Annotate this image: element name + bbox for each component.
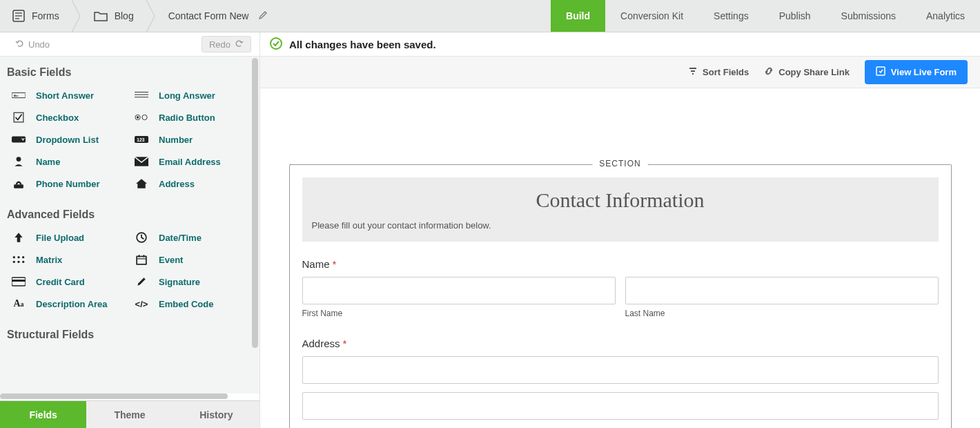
field-label: Signature	[159, 277, 200, 287]
svg-text:Abc: Abc	[14, 95, 19, 97]
tab-build[interactable]: Build	[551, 0, 605, 32]
field-long-answer[interactable]: Long Answer	[127, 84, 247, 106]
field-signature[interactable]: Signature	[127, 271, 247, 293]
form-body: Name* First Name Last Name Address*	[302, 242, 939, 428]
svg-rect-33	[12, 280, 26, 282]
breadcrumb-blog[interactable]: Blog	[81, 0, 146, 32]
checkbox-icon	[10, 112, 28, 123]
svg-point-16	[17, 157, 21, 162]
credit-card-icon	[10, 276, 28, 287]
top-tabs: Build Conversion Kit Settings Publish Su…	[551, 0, 980, 32]
address-block	[302, 356, 939, 428]
edit-icon[interactable]	[258, 10, 268, 22]
svg-point-23	[17, 256, 19, 258]
form-section[interactable]: SECTION Contact Information Please fill …	[289, 164, 952, 428]
home-icon	[133, 178, 150, 189]
sort-icon	[688, 66, 698, 78]
breadcrumb-blog-label: Blog	[115, 10, 134, 21]
address-line1-input[interactable]	[302, 356, 939, 384]
link-icon	[764, 66, 774, 78]
first-name-sublabel: First Name	[302, 309, 616, 318]
content-area: All changes have been saved. Sort Fields…	[260, 32, 980, 428]
address-line2-input[interactable]	[302, 392, 939, 420]
svg-marker-19	[136, 179, 147, 188]
field-embed-code[interactable]: </>Embed Code	[127, 293, 247, 315]
breadcrumb-title[interactable]: Contact Form New	[156, 0, 275, 32]
field-label: Matrix	[36, 255, 62, 265]
bottom-tab-fields[interactable]: Fields	[0, 401, 86, 428]
field-dropdown-list[interactable]: Dropdown List	[4, 128, 124, 150]
pencil-icon	[133, 276, 150, 287]
field-label: Checkbox	[36, 113, 79, 123]
section-subheading: Please fill out your contact information…	[312, 220, 929, 231]
field-credit-card[interactable]: Credit Card	[4, 271, 124, 293]
tab-settings[interactable]: Settings	[698, 0, 764, 32]
first-name-input[interactable]	[302, 277, 616, 304]
tab-publish[interactable]: Publish	[764, 0, 826, 32]
tab-conversion-kit[interactable]: Conversion Kit	[605, 0, 698, 32]
dropdown-icon	[10, 134, 28, 145]
top-bar: Forms Blog Contact Form New Build Conver…	[0, 0, 980, 32]
last-name-input[interactable]	[625, 277, 939, 304]
breadcrumb-forms-label: Forms	[32, 10, 59, 21]
svg-point-11	[137, 116, 139, 118]
svg-point-24	[22, 256, 24, 258]
field-label: Phone Number	[36, 179, 99, 189]
address-label-text: Address	[302, 338, 340, 349]
svg-point-22	[13, 256, 15, 258]
undo-redo-row: Undo Redo	[0, 32, 259, 57]
sidebar-scrollbar-vertical[interactable]	[252, 58, 258, 389]
field-radio-button[interactable]: Radio Button	[127, 106, 247, 128]
field-description-area[interactable]: AaDescription Area	[4, 293, 124, 315]
tab-analytics[interactable]: Analytics	[911, 0, 980, 32]
fields-scroll[interactable]: Basic Fields AbcShort Answer Long Answer…	[0, 57, 251, 393]
address-field-label: Address*	[302, 338, 939, 349]
field-label: Name	[36, 157, 60, 167]
field-event[interactable]: Event	[127, 249, 247, 271]
field-short-answer[interactable]: AbcShort Answer	[4, 84, 124, 106]
field-number[interactable]: 123Number	[127, 128, 247, 150]
breadcrumb-separator	[72, 0, 81, 32]
field-address[interactable]: Address	[127, 173, 247, 195]
copy-share-link-label: Copy Share Link	[778, 67, 850, 77]
undo-label: Undo	[28, 39, 50, 50]
short-answer-icon: Abc	[10, 90, 28, 101]
field-label: Email Address	[159, 157, 221, 167]
undo-button[interactable]: Undo	[8, 37, 57, 52]
redo-button[interactable]: Redo	[202, 36, 251, 52]
save-status-message: All changes have been saved.	[289, 39, 436, 50]
field-label: Number	[159, 135, 193, 145]
sidebar-scrollbar-horizontal[interactable]	[0, 393, 259, 400]
copy-share-link-button[interactable]: Copy Share Link	[764, 66, 850, 78]
field-datetime[interactable]: Date/Time	[127, 226, 247, 249]
form-title-label: Contact Form New	[168, 10, 249, 21]
field-phone-number[interactable]: Phone Number	[4, 173, 124, 195]
bottom-tab-history[interactable]: History	[173, 401, 259, 428]
last-name-sublabel: Last Name	[625, 309, 939, 318]
bottom-tab-theme[interactable]: Theme	[86, 401, 173, 428]
field-file-upload[interactable]: File Upload	[4, 226, 124, 249]
field-checkbox[interactable]: Checkbox	[4, 106, 124, 128]
field-label: File Upload	[36, 233, 84, 243]
folder-icon	[94, 10, 108, 21]
field-matrix[interactable]: Matrix	[4, 249, 124, 271]
required-asterisk: *	[343, 338, 347, 349]
view-live-form-button[interactable]: View Live Form	[865, 60, 968, 84]
breadcrumb-forms[interactable]: Forms	[0, 0, 72, 32]
field-label: Date/Time	[159, 233, 202, 243]
sort-fields-label: Sort Fields	[703, 67, 749, 77]
tab-analytics-label: Analytics	[926, 10, 965, 21]
tab-conversion-label: Conversion Kit	[620, 10, 683, 21]
sort-fields-button[interactable]: Sort Fields	[688, 66, 749, 78]
section-header: Contact Information Please fill out your…	[302, 177, 939, 242]
form-canvas[interactable]: SECTION Contact Information Please fill …	[260, 88, 980, 428]
person-icon	[10, 156, 28, 167]
section-badge: SECTION	[592, 159, 647, 168]
field-name[interactable]: Name	[4, 150, 124, 173]
field-label: Event	[159, 255, 183, 265]
breadcrumb-separator	[146, 0, 156, 32]
tab-submissions[interactable]: Submissions	[826, 0, 911, 32]
email-icon	[133, 156, 150, 167]
svg-point-25	[13, 261, 15, 263]
field-email-address[interactable]: Email Address	[127, 150, 247, 173]
